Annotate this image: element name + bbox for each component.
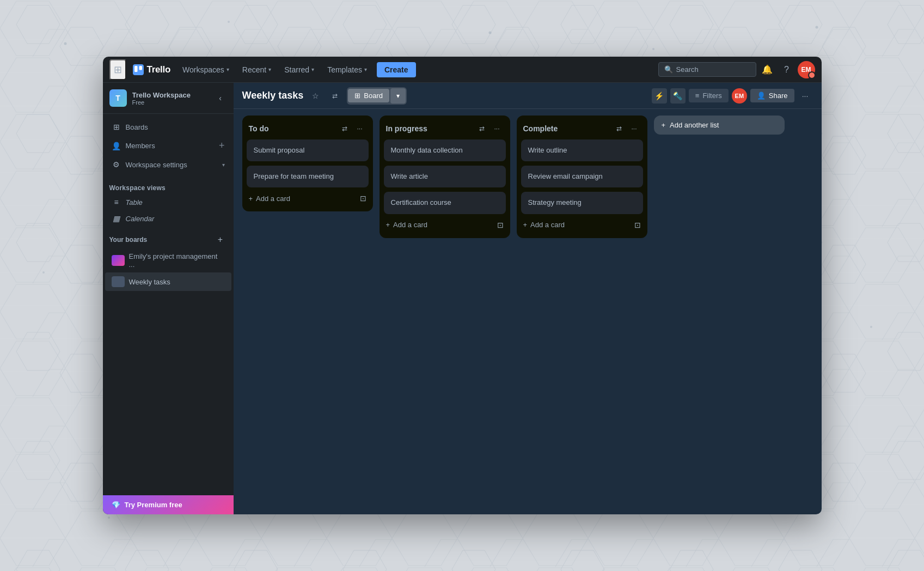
- notifications-button[interactable]: 🔔: [758, 61, 776, 78]
- svg-point-3: [64, 42, 67, 45]
- svg-point-9: [108, 517, 110, 519]
- workspaces-nav-button[interactable]: Workspaces ▾: [177, 62, 235, 77]
- svg-rect-15: [139, 66, 142, 70]
- search-input[interactable]: [676, 65, 750, 74]
- list-todo-title: To do: [249, 124, 336, 133]
- sidebar-item-table[interactable]: ≡ Table: [105, 194, 231, 210]
- list-complete-header: Complete ⇄ ···: [521, 120, 643, 139]
- card-write-outline[interactable]: Write outline: [521, 139, 643, 161]
- list-complete-cards: Write outline Review email campaign Stra…: [521, 139, 643, 214]
- recent-nav-button[interactable]: Recent ▾: [237, 62, 277, 77]
- add-card-plus-icon-2: +: [386, 221, 390, 229]
- calendar-icon: ▦: [112, 214, 121, 223]
- trello-logo-text: Trello: [147, 64, 171, 75]
- add-card-template-icon[interactable]: ⊡: [360, 194, 366, 203]
- star-board-button[interactable]: ☆: [308, 88, 323, 104]
- table-icon: ≡: [112, 198, 121, 206]
- svg-point-8: [816, 26, 818, 29]
- card-review-email[interactable]: Review email campaign: [521, 166, 643, 187]
- list-todo-more-button[interactable]: ···: [353, 122, 366, 135]
- premium-icon: 💎: [112, 501, 120, 509]
- list-complete-move-button[interactable]: ⇄: [613, 122, 626, 135]
- svg-point-11: [42, 271, 45, 274]
- board-automation-button[interactable]: 🔦: [670, 88, 686, 104]
- trello-logo[interactable]: Trello: [128, 62, 175, 77]
- add-card-template-icon-2[interactable]: ⊡: [497, 221, 504, 229]
- templates-nav-button[interactable]: Templates ▾: [322, 62, 372, 77]
- list-todo: To do ⇄ ··· Submit proposal Prepare for …: [242, 116, 373, 211]
- app-window: ⊞ Trello Workspaces ▾ Recent ▾ Starred ▾…: [103, 57, 822, 514]
- list-inprogress-title: In progress: [386, 124, 473, 133]
- add-card-template-icon-3[interactable]: ⊡: [634, 221, 641, 229]
- starred-chevron-icon: ▾: [311, 66, 314, 72]
- list-complete-add-card-button[interactable]: + Add a card ⊡: [521, 216, 643, 234]
- workspaces-chevron-icon: ▾: [227, 66, 229, 72]
- search-icon: 🔍: [664, 65, 673, 74]
- workspace-collapse-button[interactable]: ‹: [214, 92, 227, 105]
- sidebar-board-weekly[interactable]: Weekly tasks: [105, 272, 231, 291]
- svg-point-12: [870, 326, 872, 328]
- card-prepare-team-meeting[interactable]: Prepare for team meeting: [247, 166, 369, 187]
- sidebar-item-boards[interactable]: ⊞ Boards: [105, 118, 231, 136]
- board-view-button[interactable]: ⊞ Board: [348, 89, 389, 102]
- create-button[interactable]: Create: [377, 62, 416, 77]
- sidebar: T Trello Workspace Free ‹ ⊞ Boards 👤 Mem…: [103, 83, 234, 514]
- board-more-button[interactable]: ···: [798, 88, 813, 104]
- try-premium-button[interactable]: 💎 Try Premium free: [103, 495, 234, 514]
- search-container: 🔍: [658, 62, 756, 77]
- board-remote-icon-button[interactable]: ⇄: [327, 88, 342, 104]
- workspace-tier: Free: [132, 99, 209, 106]
- list-todo-move-button[interactable]: ⇄: [338, 122, 351, 135]
- settings-icon: ⚙: [112, 160, 121, 169]
- board-view-icon: ⊞: [354, 92, 360, 100]
- sidebar-item-members[interactable]: 👤 Members +: [105, 136, 231, 156]
- list-inprogress-move-button[interactable]: ⇄: [475, 122, 488, 135]
- add-board-button[interactable]: +: [214, 233, 227, 246]
- grid-icon-button[interactable]: ⊞: [109, 59, 126, 80]
- board-filters-button[interactable]: ≡ Filters: [689, 89, 729, 102]
- list-complete-title: Complete: [523, 124, 610, 133]
- help-button[interactable]: ?: [778, 61, 796, 78]
- your-boards-header: Your boards +: [103, 227, 234, 248]
- add-list-container: + Add another list: [654, 116, 785, 135]
- board-share-button[interactable]: 👤 Share: [750, 89, 794, 102]
- list-todo-header: To do ⇄ ···: [247, 120, 369, 139]
- view-dropdown-button[interactable]: ▾: [390, 88, 406, 104]
- weekly-board-color: [112, 276, 125, 287]
- list-inprogress-cards: Monthly data collection Write article Ce…: [384, 139, 506, 214]
- share-icon: 👤: [757, 92, 766, 100]
- list-todo-add-card-button[interactable]: + Add a card ⊡: [247, 190, 369, 207]
- board-area: Weekly tasks ☆ ⇄ ⊞ Board ▾ ⚡ 🔦 ≡: [234, 83, 822, 514]
- sidebar-item-workspace-settings[interactable]: ⚙ Workspace settings ▾: [105, 156, 231, 173]
- add-list-plus-icon: +: [662, 121, 666, 129]
- board-avatar[interactable]: EM: [732, 88, 747, 104]
- sidebar-item-calendar[interactable]: ▦ Calendar: [105, 210, 231, 227]
- card-monthly-data[interactable]: Monthly data collection: [384, 139, 506, 161]
- list-inprogress: In progress ⇄ ··· Monthly data collectio…: [380, 116, 510, 238]
- workspace-info: Trello Workspace Free: [132, 91, 209, 106]
- emily-board-color: [112, 255, 125, 266]
- workspace-header: T Trello Workspace Free ‹: [103, 83, 234, 114]
- card-write-article[interactable]: Write article: [384, 166, 506, 187]
- card-certification-course[interactable]: Certification course: [384, 192, 506, 214]
- board-power-ups-button[interactable]: ⚡: [652, 88, 667, 104]
- list-complete: Complete ⇄ ··· Write outline Review emai…: [517, 116, 647, 238]
- card-submit-proposal[interactable]: Submit proposal: [247, 139, 369, 161]
- filter-icon: ≡: [695, 92, 700, 100]
- sidebar-board-emily[interactable]: Emily's project management ...: [105, 248, 231, 272]
- settings-chevron-icon: ▾: [222, 162, 225, 168]
- card-strategy-meeting[interactable]: Strategy meeting: [521, 192, 643, 214]
- workspace-icon: T: [109, 89, 127, 107]
- topbar: ⊞ Trello Workspaces ▾ Recent ▾ Starred ▾…: [103, 57, 822, 83]
- members-icon: 👤: [112, 142, 121, 150]
- starred-nav-button[interactable]: Starred ▾: [279, 62, 320, 77]
- add-card-plus-icon-3: +: [523, 221, 528, 229]
- list-inprogress-more-button[interactable]: ···: [491, 122, 504, 135]
- add-list-button[interactable]: + Add another list: [654, 116, 785, 135]
- user-avatar[interactable]: EM: [798, 61, 815, 78]
- list-inprogress-add-card-button[interactable]: + Add a card ⊡: [384, 216, 506, 234]
- list-complete-more-button[interactable]: ···: [628, 122, 641, 135]
- svg-point-7: [652, 48, 654, 50]
- svg-point-4: [228, 21, 230, 23]
- add-member-icon[interactable]: +: [219, 140, 225, 151]
